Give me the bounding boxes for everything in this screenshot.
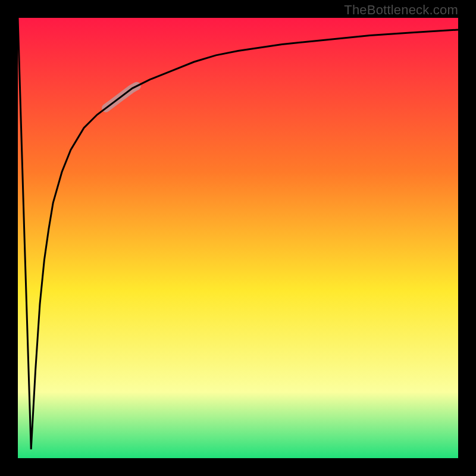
bottleneck-curve bbox=[18, 18, 458, 449]
attribution-text: TheBottleneck.com bbox=[344, 2, 458, 18]
chart-frame: TheBottleneck.com bbox=[0, 0, 476, 476]
plot-area bbox=[18, 18, 458, 458]
chart-curve-layer bbox=[18, 18, 458, 458]
